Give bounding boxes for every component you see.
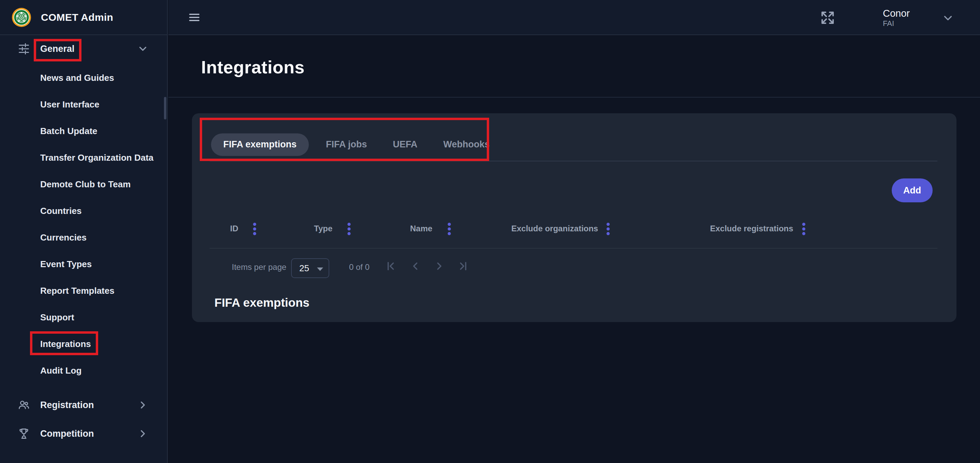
last-page-icon[interactable] — [457, 260, 469, 272]
column-menu-dots-icon[interactable] — [346, 222, 352, 236]
sub-item-label: Report Templates — [40, 286, 115, 296]
integrations-card: FIFA exemptions FIFA jobs UEFA Webhooks … — [192, 113, 956, 322]
page-header: Integrations — [169, 35, 980, 97]
previous-page-icon[interactable] — [409, 260, 422, 272]
user-info: Conor FAI — [883, 8, 910, 28]
sidebar: COMET Admin General News and Guides User… — [0, 0, 168, 463]
sidebar-item-transfer-organization-data[interactable]: Transfer Organization Data — [0, 144, 167, 171]
sub-item-label: Event Types — [40, 259, 92, 270]
menu-hamburger-icon[interactable] — [188, 11, 201, 24]
items-per-page-label: Items per page — [232, 262, 286, 272]
sub-item-label: Integrations — [40, 339, 91, 350]
sidebar-item-support[interactable]: Support — [0, 304, 167, 330]
sidebar-item-currencies[interactable]: Currencies — [0, 224, 167, 251]
sidebar-item-batch-update[interactable]: Batch Update — [0, 118, 167, 144]
column-menu-dots-icon[interactable] — [605, 222, 611, 236]
sidebar-item-demote-club-to-team[interactable]: Demote Club to Team — [0, 171, 167, 198]
topbar: Conor FAI — [169, 0, 980, 35]
tab-label: Webhooks — [444, 139, 490, 150]
sub-item-label: Currencies — [40, 232, 87, 243]
first-page-icon[interactable] — [385, 260, 397, 272]
sidebar-general-sublist: News and Guides User Interface Batch Upd… — [0, 62, 167, 384]
sidebar-item-user-interface[interactable]: User Interface — [0, 91, 167, 118]
caret-down-icon — [317, 268, 323, 271]
page-range-label: 0 of 0 — [347, 262, 372, 272]
chevron-down-icon[interactable] — [942, 11, 955, 25]
sidebar-item-audit-log[interactable]: Audit Log — [0, 357, 167, 384]
app-brand: COMET Admin — [0, 0, 167, 35]
sub-item-label: Batch Update — [40, 126, 97, 136]
sub-item-label: Audit Log — [40, 366, 81, 376]
section-title: FIFA exemptions — [215, 296, 310, 310]
page-size-value: 25 — [299, 263, 309, 274]
tab-label: UEFA — [393, 139, 418, 150]
sub-item-label: News and Guides — [40, 73, 114, 83]
sub-item-label: Support — [40, 312, 74, 323]
table-header-row: ID Type Name Exclude organizations Exclu… — [192, 221, 956, 237]
sub-item-label: Transfer Organization Data — [40, 153, 153, 163]
fullscreen-icon[interactable] — [819, 10, 836, 26]
sidebar-item-competition[interactable]: Competition — [0, 419, 167, 448]
tune-icon — [18, 43, 30, 55]
tab-bar: FIFA exemptions FIFA jobs UEFA Webhooks — [211, 128, 937, 161]
people-icon — [18, 399, 30, 411]
main-content: Integrations FIFA exemptions FIFA jobs U… — [169, 35, 980, 463]
tab-uefa[interactable]: UEFA — [380, 133, 431, 156]
sub-item-label: Countries — [40, 206, 81, 216]
comet-logo-icon — [11, 8, 31, 27]
column-menu-dots-icon[interactable] — [801, 222, 807, 236]
sidebar-item-integrations[interactable]: Integrations — [0, 330, 167, 357]
column-header-exclude-organizations: Exclude organizations — [511, 224, 598, 233]
tab-label: FIFA exemptions — [223, 139, 297, 150]
chevron-right-icon — [137, 428, 149, 439]
add-button[interactable]: Add — [892, 179, 932, 202]
table-divider — [210, 248, 937, 248]
trophy-icon — [18, 428, 30, 440]
app-title: COMET Admin — [41, 11, 113, 23]
user-organization: FAI — [883, 19, 910, 28]
column-header-exclude-registrations: Exclude registrations — [710, 224, 793, 233]
tab-bar-underline — [210, 161, 937, 161]
chevron-right-icon — [137, 399, 149, 411]
sidebar-item-label: Registration — [40, 400, 94, 410]
sidebar-item-registration[interactable]: Registration — [0, 391, 167, 419]
sidebar-item-label: General — [40, 44, 75, 54]
column-header-type: Type — [314, 224, 332, 233]
next-page-icon[interactable] — [433, 260, 445, 272]
sub-item-label: Demote Club to Team — [40, 179, 130, 190]
sidebar-item-countries[interactable]: Countries — [0, 198, 167, 224]
sidebar-scrollbar-thumb[interactable] — [164, 97, 166, 120]
tab-label: FIFA jobs — [326, 139, 367, 150]
sidebar-item-report-templates[interactable]: Report Templates — [0, 278, 167, 304]
column-header-name: Name — [410, 224, 432, 233]
sidebar-item-news-and-guides[interactable]: News and Guides — [0, 64, 167, 91]
sidebar-item-general[interactable]: General — [0, 35, 167, 62]
sidebar-gap — [0, 384, 167, 391]
tab-webhooks[interactable]: Webhooks — [431, 133, 503, 156]
column-menu-dots-icon[interactable] — [252, 222, 257, 236]
tab-fifa-jobs[interactable]: FIFA jobs — [313, 133, 380, 156]
user-name: Conor — [883, 8, 910, 19]
tab-fifa-exemptions[interactable]: FIFA exemptions — [211, 133, 309, 156]
sidebar-item-label: Competition — [40, 428, 94, 439]
page-size-select[interactable]: 25 — [291, 258, 329, 278]
sidebar-item-event-types[interactable]: Event Types — [0, 251, 167, 278]
chevron-down-icon — [137, 43, 149, 54]
column-header-id: ID — [230, 224, 238, 233]
sub-item-label: User Interface — [40, 99, 99, 110]
column-menu-dots-icon[interactable] — [447, 222, 452, 236]
page-title: Integrations — [201, 57, 305, 77]
